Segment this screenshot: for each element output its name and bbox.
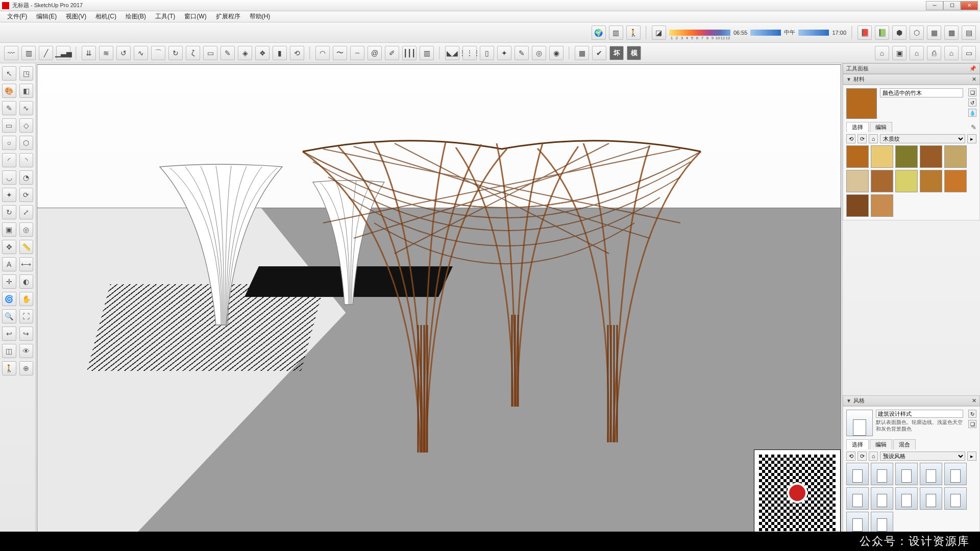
position-tool[interactable]: ⊕ (19, 361, 34, 375)
date-slider[interactable]: 123456789101112 (669, 30, 730, 36)
grid1-icon[interactable]: ▥ (21, 46, 36, 60)
material-swatch-11[interactable] (871, 194, 893, 217)
style-thumb-10[interactable] (846, 512, 869, 534)
move-tool[interactable]: ✥ (2, 240, 16, 254)
box5-icon[interactable]: ▤ (962, 26, 976, 40)
orbit-tool[interactable]: 🌀 (2, 292, 16, 306)
viewport-3d[interactable] (37, 64, 841, 537)
follow-tool[interactable]: ⟳ (19, 188, 34, 202)
menu-edit[interactable]: 编辑(E) (32, 11, 61, 22)
ext11-icon[interactable]: ❖ (255, 46, 270, 60)
rotate-tool[interactable]: ↻ (2, 205, 16, 219)
close-styles-icon[interactable]: ✕ (972, 397, 976, 404)
compass-icon[interactable]: ✦ (497, 46, 511, 60)
paint-tool[interactable]: 🎨 (2, 84, 16, 98)
close-panel-icon[interactable]: ✕ (972, 76, 976, 83)
material-swatch-7[interactable] (895, 170, 918, 192)
style-thumb-2[interactable] (895, 463, 918, 485)
freehand-tool[interactable]: ∿ (19, 101, 34, 115)
material-swatch-9[interactable] (944, 170, 967, 192)
doc-icon[interactable]: ▯ (480, 46, 494, 60)
ext3-icon[interactable]: ↺ (116, 46, 131, 60)
box1-icon[interactable]: ⬢ (892, 26, 906, 40)
material-swatch-10[interactable] (846, 194, 869, 217)
tape-tool[interactable]: 📏 (19, 240, 34, 254)
text-tool[interactable]: A (2, 257, 16, 271)
ext5-icon[interactable]: ⌒ (151, 46, 165, 60)
arc-a-icon[interactable]: ◠ (315, 46, 330, 60)
axes-tool[interactable]: ✛ (2, 274, 16, 289)
style-library-select[interactable]: 预设风格 (880, 452, 965, 461)
shadow-toggle-icon[interactable]: ◪ (652, 26, 666, 40)
menu-ext[interactable]: 扩展程序 (212, 11, 244, 22)
menu-view[interactable]: 视图(V) (62, 11, 90, 22)
close-button[interactable]: ✕ (961, 1, 978, 10)
box3-icon[interactable]: ▦ (927, 26, 941, 40)
style-thumb-5[interactable] (846, 487, 869, 510)
house1-icon[interactable]: ⌂ (875, 46, 889, 60)
circ1-icon[interactable]: ◎ (532, 46, 546, 60)
protractor-tool[interactable]: ◐ (19, 274, 34, 289)
home-icon[interactable]: ⌂ (869, 134, 878, 143)
section-tool[interactable]: ◫ (2, 344, 16, 358)
style-name-input[interactable] (876, 410, 963, 418)
house2-icon[interactable]: ⌂ (910, 46, 924, 60)
ext6-icon[interactable]: ↻ (168, 46, 183, 60)
dash-icon[interactable]: ┄ (350, 46, 364, 60)
style-fwd-icon[interactable]: ⟳ (857, 452, 867, 461)
menu-help[interactable]: 帮助(H) (246, 11, 275, 22)
material-name-input[interactable] (880, 88, 963, 97)
style-thumb-4[interactable] (944, 463, 967, 485)
minimize-button[interactable]: ─ (926, 1, 943, 10)
ext7-icon[interactable]: ζ (186, 46, 200, 60)
select-tool[interactable]: ↖ (2, 66, 16, 81)
box4-icon[interactable]: ▩ (944, 26, 959, 40)
refresh-style-icon[interactable]: ↻ (968, 410, 976, 418)
spiral-icon[interactable]: @ (368, 46, 382, 60)
sparkle-tool[interactable]: ✦ (2, 188, 16, 202)
check-icon[interactable]: ✔ (592, 46, 606, 60)
menu-file[interactable]: 文件(F) (3, 11, 31, 22)
circle-tool[interactable]: ○ (2, 136, 16, 150)
scale-tool[interactable]: ⤢ (19, 205, 34, 219)
menu-icon[interactable]: ▸ (967, 134, 976, 143)
style-thumb[interactable] (846, 410, 873, 436)
grid-icon[interactable]: ⋮⋮⋮ (462, 46, 477, 60)
menu-draw[interactable]: 绘图(B) (121, 11, 150, 22)
folder-icon[interactable]: ▭ (962, 46, 976, 60)
pencil-tool[interactable]: ✎ (2, 101, 16, 115)
next-tool[interactable]: ↪ (19, 327, 34, 341)
prev-tool[interactable]: ↩ (2, 327, 16, 341)
tray-header[interactable]: 工具面板 📌 (843, 63, 980, 74)
style-thumb-3[interactable] (920, 463, 942, 485)
pan-tool[interactable]: ✋ (19, 292, 34, 306)
label2[interactable]: 模 (627, 46, 641, 60)
ext13-icon[interactable]: ⟲ (290, 46, 304, 60)
ext12-icon[interactable]: ▮ (273, 46, 287, 60)
mirror-icon[interactable]: ◣◢ (445, 46, 459, 60)
material-swatch-5[interactable] (846, 170, 869, 192)
eyedropper-icon[interactable]: ✎ (971, 123, 976, 131)
style-thumb-8[interactable] (920, 487, 942, 510)
arc2-tool[interactable]: ◝ (19, 153, 34, 167)
geo-icon[interactable]: 🌍 (592, 26, 606, 40)
print-icon[interactable]: ⎙ (927, 46, 941, 60)
ext2-icon[interactable]: ≋ (99, 46, 113, 60)
sample-icon[interactable]: 💧 (968, 109, 976, 117)
material-swatch-6[interactable] (871, 170, 893, 192)
material-swatch-8[interactable] (920, 170, 942, 192)
walk-tool[interactable]: 🚶 (2, 361, 16, 375)
material-library-select[interactable]: 木质纹 (880, 134, 965, 143)
brush-icon[interactable]: ✎ (514, 46, 529, 60)
line-icon[interactable]: ╱ (39, 46, 53, 60)
time-slider2[interactable] (798, 30, 829, 36)
create-material-icon[interactable]: ❏ (968, 88, 976, 96)
current-material-swatch[interactable] (846, 88, 877, 119)
material-swatch-1[interactable] (871, 145, 893, 168)
wave-icon[interactable]: 〜 (333, 46, 347, 60)
materials-header[interactable]: ▼材料 ✕ (843, 74, 980, 85)
material-swatch-4[interactable] (944, 145, 967, 168)
menu-camera[interactable]: 相机(C) (91, 11, 120, 22)
style-back-icon[interactable]: ⟲ (846, 452, 855, 461)
new-style-icon[interactable]: ❏ (968, 420, 976, 428)
